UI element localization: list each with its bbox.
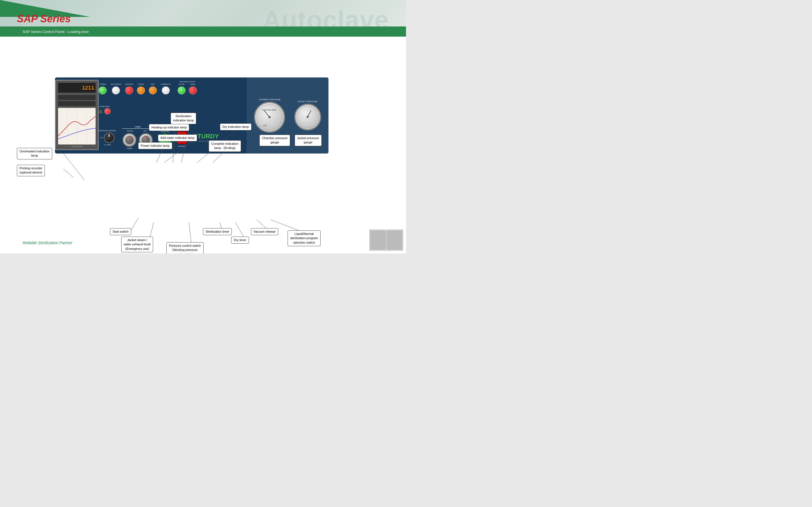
svg-point-10 xyxy=(269,116,271,118)
main-content: 1211 YOKOGAWA SAP-600D POWER xyxy=(0,37,406,253)
recorder-screen: 1211 xyxy=(58,83,96,93)
steril-lamp xyxy=(137,87,145,94)
complete-indicator: COMPLETE xyxy=(161,83,170,94)
overheat-lamp xyxy=(104,108,110,114)
callout-dry-timer: Dry timer xyxy=(231,237,249,244)
svg-text:CONTOUR SAFE: CONTOUR SAFE xyxy=(262,109,276,111)
close-indicator: CLOSE xyxy=(177,83,186,94)
heating-indicator: HEATING xyxy=(125,83,133,94)
open-label: OPEN xyxy=(190,83,195,85)
callout-heating-lamp: Heating-up indicator lamp xyxy=(149,124,189,131)
dry-lamp xyxy=(149,87,157,94)
sap-series-title: SAP Series xyxy=(17,13,71,25)
dry-indicator: DRY xyxy=(149,83,157,94)
callout-jacket-gauge: Jacket pressure gauge xyxy=(295,135,322,146)
sturdy-logo: STURDY xyxy=(193,133,218,140)
steril-timer-dial[interactable] xyxy=(122,133,137,147)
power-label: POWER xyxy=(99,83,106,85)
overheat-label: OVER HEAT xyxy=(100,106,110,107)
callout-overheated: Overheated indication lamp xyxy=(17,148,52,159)
callout-vacuum: Vacuum release xyxy=(251,228,278,235)
subtitle: SAP Series Control Panel : Loading door xyxy=(0,30,89,34)
pressure-control-label: PRESSURE CONTROL xyxy=(98,130,116,131)
callout-chamber-gauge: Chamber pressure gauge xyxy=(259,135,290,146)
callout-complete-lamp: Complete indication lamp - (Ending) xyxy=(209,140,241,152)
svg-line-12 xyxy=(308,110,311,117)
green-bar: SAP Series Control Panel : Loading door xyxy=(0,26,406,37)
add-water-label: ADD WATER xyxy=(110,83,121,85)
recorder-small-bar-2 xyxy=(58,101,96,106)
dry-label: DRY xyxy=(151,83,155,85)
steril-label: STERIL xyxy=(138,83,144,85)
callout-printing-recorder: Printing recorder (optional device) xyxy=(17,165,45,176)
steril-indicator: STERIL xyxy=(137,83,145,94)
recorder-chart xyxy=(58,108,96,145)
callout-start-switch: Start switch xyxy=(110,228,131,235)
callout-pressure-switch: Pressure control switch (Working pressur… xyxy=(166,242,204,253)
model-label: SAP-600D xyxy=(55,244,99,251)
thumb-img-2 xyxy=(387,230,402,250)
pressure-range-label: 0.8 xyxy=(100,137,103,138)
jacket-pressure-gauge: JACKET PRESSURE xyxy=(294,101,321,130)
open-indicator: OPEN xyxy=(189,83,197,94)
callout-jacket-steam: Jacket steam / water exhaust knob (Emerg… xyxy=(121,237,153,252)
callout-liquid-switch: Liquid/Normal sterilization program sele… xyxy=(288,230,320,246)
printing-recorder: 1211 YOKOGAWA xyxy=(55,80,99,150)
warning-icon: ⚠ xyxy=(99,109,103,114)
power-lamp xyxy=(99,87,107,94)
pressure-sub-label: 2.1 bar xyxy=(104,144,111,146)
thumb-img-1 xyxy=(370,230,386,250)
header: Autoclave SAP Series SAP Series Control … xyxy=(0,0,406,37)
unloading-label: UNLOADING DOOR xyxy=(179,81,195,82)
svg-point-13 xyxy=(306,116,308,118)
callout-steril-timer: Sterilization timer xyxy=(203,228,232,235)
callout-dry-lamp: Dry indication lamp xyxy=(220,123,252,130)
add-water-lamp xyxy=(112,87,120,94)
recorder-brand: YOKOGAWA xyxy=(71,146,83,148)
complete-lamp xyxy=(162,87,170,94)
add-water-indicator: ADD WATER xyxy=(110,83,121,94)
open-lamp xyxy=(189,87,197,94)
unloading-door-section: UNLOADING DOOR CLOSE OPEN xyxy=(177,81,197,94)
pressure-control-group: PRESSURE CONTROL 0.8 2.1 bar xyxy=(98,130,116,146)
chamber-gauge-face: 2.50 CONTOUR SAFE xyxy=(254,102,285,133)
callout-power-lamp: Power indicator lamp xyxy=(138,142,172,149)
chamber-pressure-gauge: CHAMBER PRESSURE 2.50 CONTOUR SAFE xyxy=(254,99,285,133)
close-lamp xyxy=(177,87,186,94)
heating-label: HEATING xyxy=(125,83,133,85)
pressure-knob[interactable] xyxy=(104,132,114,143)
timer-header-label: TIMER xyxy=(122,126,153,129)
overheat-section: OVER HEAT ⚠ xyxy=(99,106,110,114)
svg-line-15 xyxy=(63,169,73,177)
power-indicator: POWER xyxy=(99,83,107,94)
normal-label: NORMAL xyxy=(178,145,186,147)
callout-add-water-lamp: Add water indicator lamp xyxy=(158,134,197,142)
recorder-display: 1211 xyxy=(82,85,94,91)
svg-text:2.50: 2.50 xyxy=(263,124,267,126)
complete-label: COMPLETE xyxy=(161,83,170,85)
svg-line-14 xyxy=(63,154,85,180)
steril-timer-sublabel: STERIL xyxy=(123,130,137,132)
jacket-pressure-label: JACKET PRESSURE xyxy=(298,101,317,103)
thumbnail-area xyxy=(369,230,403,251)
steril-timer-bottom: TIMER xyxy=(122,148,137,149)
svg-line-9 xyxy=(264,110,270,117)
heating-lamp xyxy=(125,87,133,94)
pressure-indicator xyxy=(109,134,110,137)
jacket-gauge-face xyxy=(294,104,321,130)
callout-steril-lamp: Sterilization indication lamp xyxy=(170,113,196,124)
chamber-pressure-label: CHAMBER PRESSURE xyxy=(259,99,281,101)
close-label: CLOSE xyxy=(179,83,185,85)
recorder-small-bar-1 xyxy=(58,95,96,100)
